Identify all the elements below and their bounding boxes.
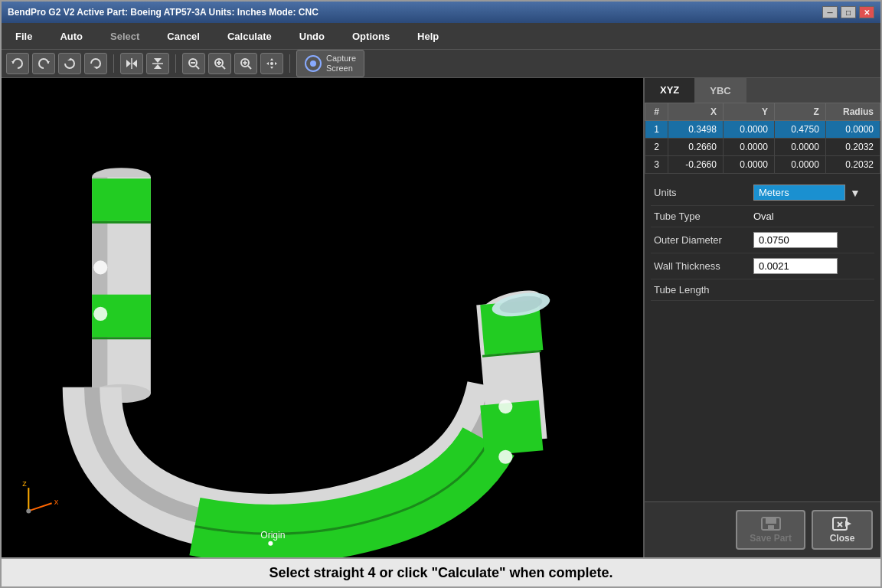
cell-row1-id: 1	[645, 121, 668, 139]
units-select[interactable]: Meters Inches Millimeters	[753, 185, 845, 201]
svg-line-8	[196, 66, 199, 69]
toolbar: CaptureScreen	[2, 49, 880, 78]
minimize-button[interactable]: ─	[822, 6, 838, 18]
wall-thickness-input[interactable]	[753, 258, 838, 274]
table-row[interactable]: 2 0.2660 0.0000 0.0000 0.2032	[645, 139, 880, 156]
svg-point-28	[93, 260, 107, 274]
svg-marker-3	[154, 58, 162, 63]
rotate-up-button[interactable]	[58, 53, 81, 74]
menu-select[interactable]: Select	[96, 23, 153, 49]
outer-diameter-label: Outer Diameter	[654, 234, 753, 246]
tube-type-row: Tube Type Oval	[651, 206, 874, 227]
viewport[interactable]: Origin x z	[2, 78, 643, 557]
main-area: Origin x z XYZ YBC	[2, 78, 880, 557]
svg-point-35	[498, 400, 512, 413]
svg-point-18	[270, 62, 273, 65]
window-controls: ─ □ ✕	[822, 6, 874, 18]
toolbar-separator-2	[175, 54, 176, 73]
menu-auto[interactable]: Auto	[46, 23, 96, 49]
wall-thickness-row: Wall Thickness	[651, 253, 874, 279]
tab-xyz[interactable]: XYZ	[645, 78, 694, 103]
cell-row2-radius: 0.2032	[825, 139, 880, 156]
cell-row3-x: -0.2660	[668, 156, 724, 174]
svg-line-12	[222, 66, 225, 69]
save-part-button[interactable]: Save Part	[736, 510, 805, 550]
svg-point-40	[268, 541, 273, 546]
cell-row3-id: 3	[645, 156, 668, 174]
flip-h-button[interactable]	[120, 53, 143, 74]
cell-row3-radius: 0.2032	[825, 156, 880, 174]
tube-length-label: Tube Length	[654, 284, 753, 296]
svg-text:z: z	[22, 479, 27, 488]
flip-v-button[interactable]	[146, 53, 169, 74]
cell-row2-id: 2	[645, 139, 668, 156]
col-header-z: Z	[774, 103, 825, 121]
svg-text:x: x	[54, 497, 59, 506]
table-row[interactable]: 1 0.3498 0.0000 0.4750 0.0000	[645, 121, 880, 139]
cell-row1-x: 0.3498	[668, 121, 724, 139]
table-row[interactable]: 3 -0.2660 0.0000 0.0000 0.2032	[645, 156, 880, 174]
toolbar-separator-3	[289, 54, 290, 73]
menu-undo[interactable]: Undo	[286, 23, 338, 49]
zoom-in-button[interactable]	[208, 53, 231, 74]
units-dropdown-arrow: ▼	[850, 187, 861, 199]
right-panel: XYZ YBC # X Y Z Radius 1 0	[643, 78, 880, 557]
svg-point-17	[244, 62, 247, 64]
capture-screen-button[interactable]: CaptureScreen	[296, 50, 364, 77]
menu-bar: File Auto Select Cancel Calculate Undo O…	[2, 23, 880, 49]
col-header-x: X	[668, 103, 724, 121]
svg-rect-48	[768, 525, 774, 529]
cell-row2-y: 0.0000	[723, 139, 774, 156]
menu-help[interactable]: Help	[403, 23, 452, 49]
cell-row2-x: 0.2660	[668, 139, 724, 156]
svg-rect-24	[92, 178, 151, 221]
rotate-ccw-button[interactable]	[32, 53, 55, 74]
properties-area: Units Meters Inches Millimeters ▼ Tube T…	[645, 174, 880, 501]
tube-type-label: Tube Type	[654, 211, 753, 222]
title-bar: BendPro G2 V2 Active Part: Boeing ATP57-…	[2, 2, 880, 23]
capture-icon	[305, 55, 322, 72]
outer-diameter-input[interactable]	[753, 232, 838, 248]
svg-text:Origin: Origin	[260, 530, 285, 541]
menu-options[interactable]: Options	[338, 23, 403, 49]
svg-point-29	[93, 307, 107, 321]
menu-calculate[interactable]: Calculate	[214, 23, 286, 49]
bottom-buttons: Save Part Close	[645, 501, 880, 557]
capture-label: CaptureScreen	[326, 54, 356, 74]
rotate-down-button[interactable]	[84, 53, 107, 74]
col-header-radius: Radius	[825, 103, 880, 121]
rotate-cw-button[interactable]	[6, 53, 29, 74]
units-label: Units	[654, 187, 753, 198]
close-icon	[831, 516, 853, 531]
toolbar-separator-1	[113, 54, 114, 73]
wall-thickness-label: Wall Thickness	[654, 260, 753, 272]
col-header-num: #	[645, 103, 668, 121]
tabs-row: XYZ YBC	[645, 78, 880, 103]
data-table: # X Y Z Radius 1 0.3498 0.0000 0.4750 0.…	[645, 103, 880, 174]
svg-line-14	[248, 66, 251, 69]
zoom-fit-button[interactable]	[234, 53, 257, 74]
maximize-button[interactable]: □	[841, 6, 856, 18]
outer-diameter-row: Outer Diameter	[651, 227, 874, 253]
close-button[interactable]: Close	[812, 510, 873, 550]
tab-ybc[interactable]: YBC	[694, 78, 746, 103]
svg-rect-25	[92, 221, 151, 224]
svg-rect-47	[766, 518, 776, 524]
window-title: BendPro G2 V2 Active Part: Boeing ATP57-…	[8, 7, 318, 18]
cell-row1-y: 0.0000	[723, 121, 774, 139]
svg-point-45	[26, 508, 31, 513]
save-part-label: Save Part	[750, 533, 792, 544]
capture-dot	[310, 60, 316, 67]
menu-cancel[interactable]: Cancel	[153, 23, 214, 49]
svg-marker-0	[126, 60, 131, 67]
tube-type-value: Oval	[753, 211, 871, 222]
close-window-button[interactable]: ✕	[859, 6, 874, 18]
zoom-out-button[interactable]	[182, 53, 205, 74]
pan-button[interactable]	[260, 53, 283, 74]
col-header-y: Y	[723, 103, 774, 121]
main-window: BendPro G2 V2 Active Part: Boeing ATP57-…	[0, 0, 882, 588]
tube-length-row: Tube Length	[651, 279, 874, 301]
cell-row1-z: 0.4750	[774, 121, 825, 139]
cell-row3-y: 0.0000	[723, 156, 774, 174]
menu-file[interactable]: File	[2, 23, 46, 49]
